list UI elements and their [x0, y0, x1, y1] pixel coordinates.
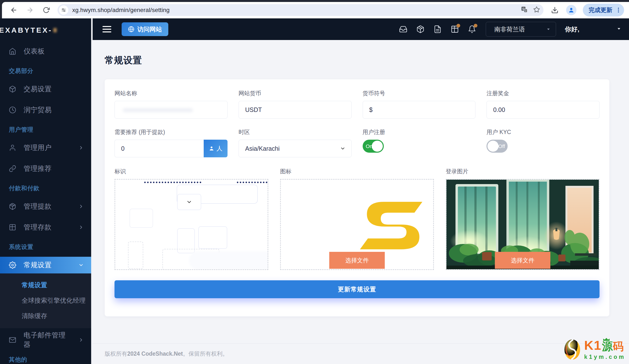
- icon-choose-file-button[interactable]: 选择文件: [329, 252, 385, 269]
- apps-grid-icon[interactable]: [448, 22, 462, 36]
- user-registration-toggle[interactable]: On: [363, 140, 384, 153]
- watermark-ma: 码: [613, 341, 624, 352]
- referral-label: 需要推荐 (用于提款): [115, 128, 228, 136]
- site-currency-label: 网站货币: [239, 90, 352, 97]
- redacted-shape: [130, 209, 153, 228]
- timezone-label: 时区: [239, 128, 352, 136]
- notes-document-icon[interactable]: [431, 22, 445, 36]
- referral-addon-label: 人: [216, 145, 222, 152]
- user-registration-label: 用户注册: [363, 128, 476, 136]
- content-area: 常规设置 网站名称 网站货币: [93, 40, 629, 343]
- package-icon: [9, 203, 16, 210]
- login-image-choose-file-button[interactable]: 选择文件: [495, 252, 550, 269]
- notification-badge: [474, 24, 477, 27]
- greeting-text: 你好,: [565, 25, 579, 34]
- link-icon: [9, 165, 16, 172]
- timezone-select[interactable]: Asia/Karachi: [239, 140, 352, 157]
- browser-profile-avatar[interactable]: [566, 5, 576, 15]
- notification-badge: [457, 24, 460, 27]
- logo-upload-box[interactable]: [115, 179, 268, 270]
- site-currency-input[interactable]: [239, 101, 352, 119]
- url-bar[interactable]: xg.hwym.shop/admin/general/setting G文: [57, 4, 543, 16]
- copyright-text: 版权所有: [105, 350, 127, 358]
- redacted-shape: [144, 182, 201, 183]
- user-icon: [9, 144, 16, 151]
- sidebar-item-label: 交易设置: [23, 85, 84, 94]
- general-settings-submenu: 常规设置 全球搜索引擎优化经理 清除缓存: [0, 273, 91, 328]
- copyright-brand: 2024 CodeShack.Net: [127, 351, 183, 357]
- icon-label: 图标: [280, 168, 434, 175]
- user-menu-caret-icon[interactable]: [616, 26, 622, 32]
- language-select[interactable]: 南非荷兰语: [486, 22, 556, 37]
- watermark-domain: k1ym.com: [584, 354, 626, 360]
- sidebar-item-label: 管理存款: [23, 223, 71, 232]
- language-value: 南非荷兰语: [494, 25, 525, 33]
- menu-toggle-icon[interactable]: [102, 26, 111, 32]
- bookmark-star-icon[interactable]: [533, 6, 540, 14]
- submenu-item-clear-cache[interactable]: 清除缓存: [22, 308, 91, 324]
- chrome-update-button[interactable]: 完成更新: [583, 4, 624, 16]
- sidebar-item-label: 电子邮件管理器: [23, 331, 71, 349]
- sidebar-item-email-manager[interactable]: 电子邮件管理器: [0, 332, 91, 348]
- ghost-select: [177, 194, 201, 210]
- forward-icon[interactable]: [25, 5, 35, 15]
- sidebar-item-trade-settings[interactable]: 交易设置: [0, 81, 91, 97]
- browser-toolbar: xg.hwym.shop/admin/general/setting G文 完成…: [2, 2, 629, 18]
- sidebar-item-runing-trade[interactable]: 润宁贸易: [0, 102, 91, 118]
- bell-icon[interactable]: [465, 22, 479, 36]
- sidebar-item-dashboard[interactable]: 仪表板: [0, 43, 91, 60]
- brand-logo[interactable]: EXABYTEX-: [0, 24, 91, 37]
- sidebar: EXABYTEX- 仪表板 交易部分 交易设置 润宁贸易 用户管理 管理用户 管…: [0, 18, 93, 364]
- timezone-value: Asia/Karachi: [245, 145, 280, 152]
- site-name-field: 网站名称: [115, 90, 228, 119]
- refresh-icon[interactable]: [41, 5, 51, 15]
- submenu-item-seo-manager[interactable]: 全球搜索引擎优化经理: [22, 293, 91, 308]
- submenu-item-general-settings[interactable]: 常规设置: [22, 277, 91, 293]
- redacted-shape: [198, 226, 227, 249]
- download-icon[interactable]: [550, 5, 560, 15]
- watermark-k1: K1: [584, 339, 601, 352]
- login-image-upload-box[interactable]: 选择文件: [446, 179, 600, 270]
- visit-website-button[interactable]: 访问网站: [122, 22, 168, 36]
- icon-upload-box[interactable]: 选择文件: [280, 179, 434, 270]
- site-settings-icon[interactable]: [59, 5, 68, 15]
- login-image-label: 登录图片: [446, 168, 600, 175]
- currency-symbol-input[interactable]: [363, 101, 476, 119]
- admin-topbar: 访问网站 南非荷兰语 你好: [93, 18, 629, 40]
- sidebar-item-manage-users[interactable]: 管理用户: [0, 139, 91, 156]
- visit-website-label: 访问网站: [137, 25, 162, 33]
- inbox-icon[interactable]: [396, 22, 410, 36]
- site-name-input[interactable]: [115, 101, 228, 119]
- chrome-update-label: 完成更新: [589, 6, 612, 14]
- translate-icon[interactable]: G文: [521, 6, 528, 14]
- sidebar-section-payments: 付款和付款: [0, 184, 91, 192]
- currency-symbol-label: 货币符号: [363, 90, 476, 97]
- sidebar-item-general-settings[interactable]: 常规设置: [0, 257, 91, 273]
- site-icon-s-logo: [359, 201, 423, 250]
- globe-icon: [128, 26, 134, 32]
- signup-bonus-input[interactable]: [486, 101, 600, 119]
- chevron-right-icon: [78, 337, 84, 343]
- referral-field: 需要推荐 (用于提款) 人: [115, 128, 228, 157]
- redacted-shape: [128, 242, 143, 269]
- redacted-shape: [189, 251, 268, 270]
- redacted-shape: [177, 184, 258, 204]
- browser-menu-icon[interactable]: [615, 7, 622, 13]
- admin-app: EXABYTEX- 仪表板 交易部分 交易设置 润宁贸易 用户管理 管理用户 管…: [0, 18, 629, 364]
- signup-bonus-field: 注册奖金: [486, 90, 600, 119]
- referral-addon-button[interactable]: 人: [204, 140, 228, 157]
- chevron-down-icon: [186, 199, 192, 205]
- chevron-right-icon: [78, 204, 84, 209]
- sidebar-item-manage-referral[interactable]: 管理推荐: [0, 160, 91, 177]
- user-registration-field: 用户注册 On: [363, 128, 476, 157]
- orders-package-icon[interactable]: [414, 22, 427, 36]
- update-general-settings-button[interactable]: 更新常规设置: [115, 280, 600, 298]
- back-icon[interactable]: [9, 5, 19, 15]
- brand-logo-redaction: [53, 28, 57, 32]
- table-icon: [9, 224, 16, 231]
- user-kyc-toggle[interactable]: Off: [486, 140, 508, 153]
- caret-down-icon: [546, 27, 551, 32]
- sidebar-item-manage-withdrawals[interactable]: 管理提款: [0, 198, 91, 215]
- sidebar-item-manage-deposits[interactable]: 管理存款: [0, 219, 91, 236]
- referral-input[interactable]: [115, 140, 204, 157]
